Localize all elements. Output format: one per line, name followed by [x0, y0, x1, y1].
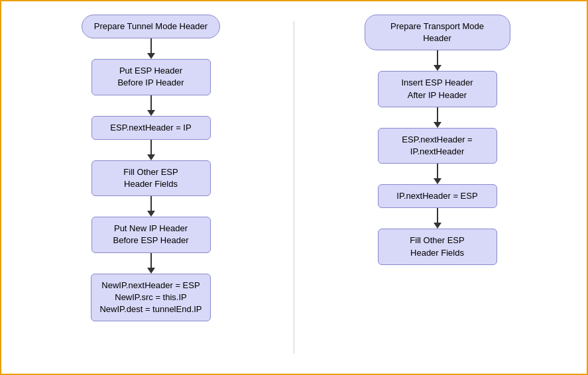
arrow-2-right: [434, 107, 441, 128]
main-diagram: Prepare Tunnel Mode Header Put ESP Heade…: [1, 1, 587, 374]
transport-step-2: ESP.nextHeader =IP.nextHeader: [378, 128, 497, 164]
arrow-head: [147, 268, 155, 274]
tunnel-mode-column: Prepare Tunnel Mode Header Put ESP Heade…: [8, 15, 294, 321]
arrow-head: [434, 65, 441, 71]
arrow-line: [437, 208, 438, 223]
arrow-head: [147, 110, 155, 116]
arrow-head: [147, 154, 155, 160]
arrow-line: [150, 253, 152, 268]
tunnel-step-3: Fill Other ESPHeader Fields: [91, 160, 211, 196]
arrow-line: [437, 107, 438, 122]
arrow-4-right: [434, 208, 441, 229]
tunnel-step-4: Put New IP HeaderBefore ESP Header: [91, 217, 211, 252]
arrow-line: [150, 95, 152, 110]
arrow-line: [150, 38, 152, 53]
transport-step-3: IP.nextHeader = ESP: [378, 184, 497, 208]
tunnel-mode-title: Prepare Tunnel Mode Header: [82, 15, 220, 38]
arrow-head: [147, 53, 155, 59]
arrow-3-left: [147, 140, 155, 160]
transport-mode-title: Prepare Transport Mode Header: [365, 15, 510, 50]
arrow-line: [150, 196, 152, 211]
tunnel-step-2: ESP.nextHeader = IP: [91, 116, 211, 140]
arrow-head: [434, 223, 441, 229]
arrow-4-left: [147, 196, 155, 217]
transport-step-4: Fill Other ESPHeader Fields: [378, 229, 497, 264]
arrow-2-left: [147, 95, 155, 116]
arrow-1-left: [147, 38, 155, 59]
transport-step-1: Insert ESP HeaderAfter IP Header: [378, 71, 497, 107]
arrow-1-right: [434, 50, 441, 71]
tunnel-step-1: Put ESP HeaderBefore IP Header: [91, 59, 211, 95]
arrow-3-right: [434, 164, 441, 184]
arrow-line: [437, 164, 438, 178]
arrow-line: [150, 140, 152, 154]
transport-mode-column: Prepare Transport Mode Header Insert ESP…: [294, 15, 580, 265]
arrow-head: [434, 178, 441, 184]
arrow-line: [437, 50, 438, 65]
tunnel-step-5: NewIP.nextHeader = ESPNewIP.src = this.I…: [91, 274, 210, 322]
arrow-head: [147, 211, 155, 217]
arrow-head: [434, 122, 441, 128]
arrow-5-left: [147, 253, 155, 274]
